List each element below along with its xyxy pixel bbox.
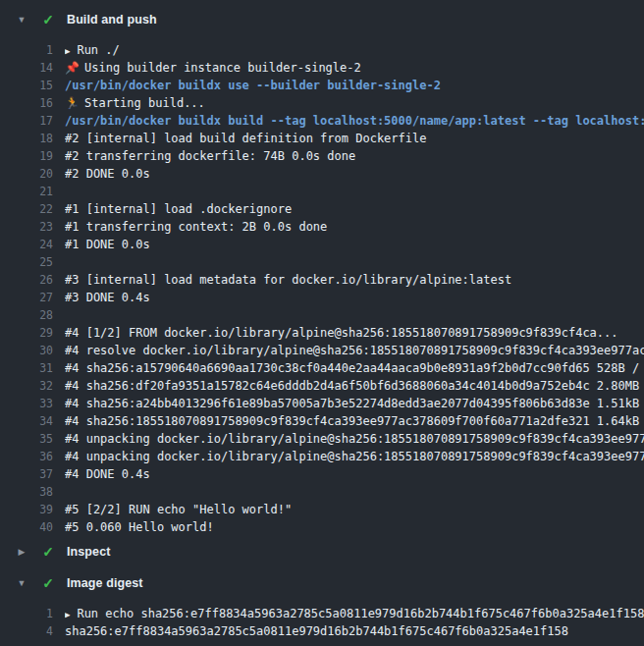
- line-number[interactable]: 36: [0, 448, 53, 465]
- log-text: ▶Run echo sha256:e7ff8834a5963a2785c5a08…: [65, 605, 644, 622]
- line-number[interactable]: 40: [0, 518, 53, 536]
- log-section-inspect: ▶ ✓ Inspect: [0, 540, 644, 564]
- check-success-icon: ✓: [41, 13, 55, 27]
- log-text: #1 transferring context: 2B 0.0s done: [65, 218, 644, 236]
- log-text: #4 sha256:a15790640a6690aa1730c38cf0a440…: [65, 359, 644, 377]
- line-number[interactable]: 35: [0, 430, 53, 448]
- log-line: 26#3 [internal] load metadata for docker…: [0, 271, 644, 289]
- line-number[interactable]: 31: [0, 359, 53, 377]
- log-text: #2 [internal] load build definition from…: [65, 130, 644, 147]
- log-text: 📌Using builder instance builder-single-2: [65, 59, 644, 77]
- log-line: 27#3 DONE 0.4s: [0, 289, 644, 306]
- line-number[interactable]: 18: [0, 130, 53, 147]
- log-line: 31#4 sha256:a15790640a6690aa1730c38cf0a4…: [0, 359, 644, 377]
- line-number[interactable]: 17: [0, 112, 53, 130]
- expand-log-group-icon[interactable]: ▶: [65, 606, 70, 622]
- log-line: 37#4 DONE 0.4s: [0, 465, 644, 483]
- section-header-inspect[interactable]: ▶ ✓ Inspect: [0, 540, 644, 564]
- line-number[interactable]: 28: [0, 306, 53, 324]
- line-number[interactable]: 21: [0, 183, 53, 200]
- line-number[interactable]: 19: [0, 147, 53, 165]
- log-line: 21: [0, 183, 644, 200]
- workflow-log-viewer: ▼ ✓ Build and push 1▶Run ./14📌Using buil…: [0, 0, 644, 646]
- line-number[interactable]: 16: [0, 94, 53, 112]
- line-number[interactable]: 14: [0, 59, 53, 77]
- log-line: 19#2 transferring dockerfile: 74B 0.0s d…: [0, 147, 644, 165]
- log-line: 34#4 sha256:185518070891758909c9f839cf4c…: [0, 412, 644, 430]
- log-text: #2 transferring dockerfile: 74B 0.0s don…: [65, 147, 644, 165]
- log-line: 35#4 unpacking docker.io/library/alpine@…: [0, 430, 644, 448]
- chevron-down-icon[interactable]: ▼: [16, 579, 27, 588]
- log-text: #4 sha256:a24bb4013296f61e89ba57005a7b3e…: [65, 395, 644, 412]
- chevron-down-icon[interactable]: ▼: [16, 16, 27, 25]
- log-line: 15/usr/bin/docker buildx use --builder b…: [0, 77, 644, 94]
- expand-log-group-icon[interactable]: ▶: [65, 42, 70, 59]
- line-number[interactable]: 33: [0, 395, 53, 412]
- line-number[interactable]: 1: [0, 605, 53, 622]
- log-text: #3 [internal] load metadata for docker.i…: [65, 271, 644, 289]
- check-success-icon: ✓: [41, 576, 55, 590]
- log-line: 40#5 0.060 Hello world!: [0, 518, 644, 536]
- line-number[interactable]: 22: [0, 200, 53, 218]
- line-number[interactable]: 29: [0, 324, 53, 342]
- log-line: 1▶Run echo sha256:e7ff8834a5963a2785c5a0…: [0, 605, 644, 622]
- log-text: ▶Run ./: [65, 41, 644, 59]
- line-number[interactable]: 30: [0, 342, 53, 359]
- log-text: #4 [1/2] FROM docker.io/library/alpine@s…: [65, 324, 644, 342]
- log-text: #3 DONE 0.4s: [65, 289, 644, 306]
- log-line: 17/usr/bin/docker buildx build --tag loc…: [0, 112, 644, 130]
- log-text: #4 DONE 0.4s: [65, 465, 644, 483]
- log-line: 1▶Run ./: [0, 41, 644, 59]
- log-line: 36#4 unpacking docker.io/library/alpine@…: [0, 448, 644, 465]
- section-title: Inspect: [67, 545, 110, 559]
- line-number[interactable]: 1: [0, 41, 53, 59]
- log-line: 22#1 [internal] load .dockerignore: [0, 200, 644, 218]
- line-number[interactable]: 32: [0, 377, 53, 395]
- log-line: 4sha256:e7ff8834a5963a2785c5a0811e979d16…: [0, 622, 644, 640]
- log-line: 28: [0, 306, 644, 324]
- line-number[interactable]: 37: [0, 465, 53, 483]
- log-section-build-and-push: ▼ ✓ Build and push 1▶Run ./14📌Using buil…: [0, 8, 644, 536]
- log-text: [65, 183, 644, 200]
- line-number[interactable]: 4: [0, 622, 53, 640]
- log-line: 20#2 DONE 0.0s: [0, 165, 644, 183]
- line-number[interactable]: 24: [0, 236, 53, 253]
- log-text: sha256:e7ff8834a5963a2785c5a0811e979d16b…: [65, 622, 644, 640]
- line-number[interactable]: 39: [0, 501, 53, 518]
- log-text: #4 sha256:185518070891758909c9f839cf4ca3…: [65, 412, 644, 430]
- log-text: #5 0.060 Hello world!: [65, 518, 644, 536]
- line-number[interactable]: 15: [0, 77, 53, 94]
- line-number[interactable]: 26: [0, 271, 53, 289]
- log-text: #2 DONE 0.0s: [65, 165, 644, 183]
- line-number[interactable]: 34: [0, 412, 53, 430]
- runner-icon: 🏃: [65, 94, 80, 112]
- log-line: 38: [0, 483, 644, 501]
- log-text: /usr/bin/docker buildx build --tag local…: [65, 112, 644, 130]
- log-text: /usr/bin/docker buildx use --builder bui…: [65, 77, 644, 94]
- line-number[interactable]: 20: [0, 165, 53, 183]
- log-text: #5 [2/2] RUN echo "Hello world!": [65, 501, 644, 518]
- line-number[interactable]: 38: [0, 483, 53, 501]
- log-line: 18#2 [internal] load build definition fr…: [0, 130, 644, 147]
- log-text: [65, 483, 644, 501]
- log-text: #1 [internal] load .dockerignore: [65, 200, 644, 218]
- log-text: #4 unpacking docker.io/library/alpine@sh…: [65, 430, 644, 448]
- log-line: 39#5 [2/2] RUN echo "Hello world!": [0, 501, 644, 518]
- log-line: 33#4 sha256:a24bb4013296f61e89ba57005a7b…: [0, 395, 644, 412]
- section-header-build-and-push[interactable]: ▼ ✓ Build and push: [0, 8, 644, 31]
- section-title: Image digest: [67, 576, 143, 590]
- line-number[interactable]: 23: [0, 218, 53, 236]
- log-lines: 1▶Run ./14📌Using builder instance builde…: [0, 41, 644, 536]
- log-lines: 1▶Run echo sha256:e7ff8834a5963a2785c5a0…: [0, 605, 644, 640]
- section-header-image-digest[interactable]: ▼ ✓ Image digest: [0, 571, 644, 595]
- log-line: 30#4 resolve docker.io/library/alpine@sh…: [0, 342, 644, 359]
- line-number[interactable]: 25: [0, 253, 53, 271]
- line-number[interactable]: 27: [0, 289, 53, 306]
- log-text: #1 DONE 0.0s: [65, 236, 644, 253]
- pushpin-icon: 📌: [65, 59, 80, 77]
- log-text: [65, 253, 644, 271]
- log-line: 14📌Using builder instance builder-single…: [0, 59, 644, 77]
- log-text: #4 unpacking docker.io/library/alpine@sh…: [65, 448, 644, 465]
- chevron-right-icon[interactable]: ▶: [16, 548, 27, 557]
- log-line: 24#1 DONE 0.0s: [0, 236, 644, 253]
